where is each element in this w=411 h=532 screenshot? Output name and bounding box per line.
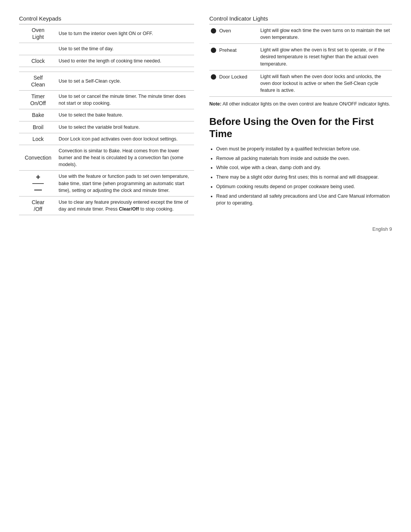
keypad-name-cell: TimerOn/Off [19,91,57,109]
keypad-desc-cell: Use to turn the interior oven light ON o… [57,24,194,43]
light-row: OvenLight will glow each time the oven t… [209,24,392,44]
keypad-desc-cell [57,67,194,72]
keypad-desc-cell: Door Lock icon pad activates oven door l… [57,133,194,145]
bullet-list: Oven must be properly installed by a qua… [209,145,392,207]
right-column: Control Indicator Lights OvenLight will … [209,15,392,209]
keypad-name-cell: Broil [19,121,57,133]
bullet-item: Read and understand all safety precautio… [216,193,392,207]
light-desc-cell: Light will flash when the oven door lock… [259,70,392,96]
keypad-row: LockDoor Lock icon pad activates oven do… [19,133,194,145]
note-text: Note: All other indicator lights on the … [209,101,392,108]
keypad-row: TimerOn/OffUse to set or cancel the minu… [19,91,194,109]
keypad-row: OvenLightUse to turn the interior oven l… [19,24,194,43]
light-name-cell-wrapper: Preheat [209,44,259,70]
keypad-desc-cell: Use to clear any feature previously ente… [57,196,194,215]
keypad-name-cell: Lock [19,133,57,145]
keypad-desc-cell: Convection is similar to Bake. Heat come… [57,145,194,171]
light-desc-cell: Light will glow when the oven is first s… [259,44,392,70]
light-dot-icon [211,48,216,53]
keypad-row: +—Use with the feature or function pads … [19,171,194,196]
lights-table: OvenLight will glow each time the oven t… [209,24,392,97]
light-label: Door Locked [219,74,247,80]
light-dot-icon [211,74,216,80]
keypad-row: Use to set the time of day. [19,43,194,55]
keypad-desc-cell: Use with the feature or function pads to… [57,171,194,196]
light-row: PreheatLight will glow when the oven is … [209,44,392,70]
keypad-row: BakeUse to select the bake feature. [19,109,194,121]
keypad-name-cell [19,43,57,55]
lights-heading: Control Indicator Lights [209,15,392,22]
bullet-item: Oven must be properly installed by a qua… [216,145,392,153]
keypad-row: ConvectionConvection is similar to Bake.… [19,145,194,171]
keypads-heading: Control Keypads [19,15,194,22]
before-heading: Before Using the Oven for the First Time [209,115,392,140]
keypad-desc-cell: Use to select the bake feature. [57,109,194,121]
keypad-row: BroilUse to select the variable broil fe… [19,121,194,133]
light-name-cell-wrapper: Oven [209,24,259,44]
light-label: Preheat [219,47,237,53]
left-column: Control Keypads OvenLightUse to turn the… [19,15,194,215]
keypad-name-cell: Convection [19,145,57,171]
page-layout: Control Keypads OvenLightUse to turn the… [19,15,392,215]
bullet-item: There may be a slight odor during first … [216,174,392,181]
keypad-name-cell: OvenLight [19,24,57,43]
keypad-desc-cell: Use to set the time of day. [57,43,194,55]
bullet-item: Remove all packing materials from inside… [216,155,392,162]
keypad-name-cell: Bake [19,109,57,121]
light-dot-icon [211,28,216,34]
keypad-name-cell: Clear/Off [19,196,57,215]
keypad-name-cell [19,67,57,72]
bullet-item: While cool, wipe with a clean, damp clot… [216,164,392,171]
keypad-row: Clear/OffUse to clear any feature previo… [19,196,194,215]
keypad-desc-cell: Use to select the variable broil feature… [57,121,194,133]
keypad-row: ClockUsed to enter the length of cooking… [19,55,194,67]
keypad-name-cell: SelfClean [19,72,57,90]
page-number: English 9 [373,227,392,232]
keypad-desc-cell: Used to enter the length of cooking time… [57,55,194,67]
keypad-name-cell: +— [19,171,57,196]
page-footer: English 9 [19,227,392,232]
bullet-item: Optimum cooking results depend on proper… [216,183,392,190]
light-label: Oven [219,28,231,34]
keypads-table: OvenLightUse to turn the interior oven l… [19,24,194,215]
keypad-row: SelfCleanUse to set a Self-Clean cycle. [19,72,194,90]
keypad-name-cell: Clock [19,55,57,67]
keypad-desc-cell: Use to set or cancel the minute timer. T… [57,91,194,109]
light-row: Door LockedLight will flash when the ove… [209,70,392,96]
keypad-row [19,67,194,72]
light-desc-cell: Light will glow each time the oven turns… [259,24,392,44]
keypad-desc-cell: Use to set a Self-Clean cycle. [57,72,194,90]
light-name-cell-wrapper: Door Locked [209,70,259,96]
